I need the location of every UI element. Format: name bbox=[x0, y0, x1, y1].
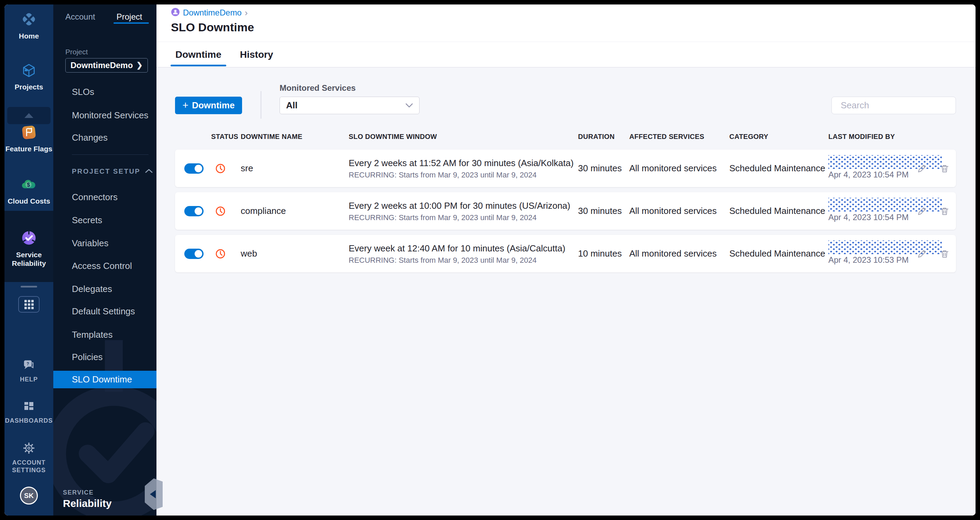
tab-account[interactable]: Account bbox=[65, 12, 95, 22]
sidebar-item-slos[interactable]: SLOs bbox=[53, 86, 156, 98]
page-tabs: Downtime History bbox=[156, 42, 975, 67]
sidebar-item-delegates[interactable]: Delegates bbox=[53, 283, 156, 295]
module-selector-button[interactable] bbox=[18, 296, 40, 313]
category-value: Scheduled Maintenance bbox=[729, 248, 828, 259]
sidebar-item-account-settings[interactable]: ACCOUNTSETTINGS bbox=[5, 442, 53, 474]
project-avatar-icon bbox=[171, 8, 180, 18]
projects-cube-icon bbox=[21, 63, 37, 80]
last-modified-date: Apr 4, 2023 10:53 PM bbox=[828, 255, 956, 265]
delete-trash-icon[interactable] bbox=[939, 249, 950, 259]
sidebar-item-slo-downtime[interactable]: SLO Downtime bbox=[53, 371, 156, 388]
project-setup-section-toggle[interactable]: PROJECT SETUP bbox=[72, 167, 148, 175]
module-footer: SERVICE Reliability bbox=[63, 489, 112, 509]
affected-services-value: All monitored services bbox=[629, 248, 729, 259]
breadcrumb-separator: › bbox=[245, 8, 248, 18]
service-reliability-icon bbox=[21, 230, 37, 247]
delete-trash-icon[interactable] bbox=[939, 206, 950, 216]
last-modified-date: Apr 4, 2023 10:54 PM bbox=[828, 170, 956, 180]
sidebar-item-default-settings[interactable]: Default Settings bbox=[53, 305, 156, 317]
sidebar-item-label: Feature Flags bbox=[5, 145, 52, 153]
edit-pencil-icon[interactable] bbox=[917, 163, 927, 174]
app-window: Home Projects Feature Flags $ Cloud Cost… bbox=[5, 5, 975, 515]
project-selector[interactable]: DowntimeDemo ❯ bbox=[65, 58, 148, 73]
status-cell bbox=[184, 206, 241, 216]
last-modified-cell: Apr 4, 2023 10:54 PM bbox=[828, 192, 956, 230]
monitored-services-select[interactable]: All bbox=[280, 97, 420, 114]
module-rail: Home Projects Feature Flags $ Cloud Cost… bbox=[5, 5, 53, 515]
sidebar-item-dashboards[interactable]: DASHBOARDS bbox=[5, 401, 53, 425]
sidebar-item-label: ServiceReliability bbox=[12, 250, 46, 267]
table-row[interactable]: web Every week at 12:40 AM for 10 minute… bbox=[175, 235, 956, 272]
delete-trash-icon[interactable] bbox=[939, 163, 950, 174]
last-modified-cell: Apr 4, 2023 10:53 PM bbox=[828, 235, 956, 272]
sidebar-item-templates[interactable]: Templates bbox=[53, 328, 156, 341]
column-header-window: SLO DOWNTIME WINDOW bbox=[349, 133, 578, 141]
window-schedule: Every week at 12:40 AM for 10 minutes (A… bbox=[349, 243, 578, 254]
chevron-right-icon: ❯ bbox=[137, 61, 143, 70]
svg-text:$: $ bbox=[27, 181, 30, 188]
sidebar-item-label: HELP bbox=[20, 375, 38, 383]
apps-grid-icon bbox=[24, 300, 34, 309]
sidebar-item-label: ACCOUNTSETTINGS bbox=[12, 459, 46, 474]
window-schedule: Every 2 weeks at 10:00 PM for 30 minutes… bbox=[349, 200, 578, 211]
sidebar-item-connectors[interactable]: Connectors bbox=[53, 191, 156, 203]
sidebar-item-home[interactable]: Home bbox=[5, 11, 53, 40]
select-value: All bbox=[286, 100, 406, 111]
tab-downtime[interactable]: Downtime bbox=[170, 49, 226, 67]
chevron-up-icon bbox=[145, 168, 153, 174]
downtime-enabled-toggle[interactable] bbox=[184, 249, 204, 259]
sidebar-item-cloud-costs[interactable]: $ Cloud Costs bbox=[5, 177, 53, 205]
table-row[interactable]: compliance Every 2 weeks at 10:00 PM for… bbox=[175, 192, 956, 230]
monitored-services-filter: Monitored Services All bbox=[280, 83, 420, 114]
table-row[interactable]: sre Every 2 weeks at 11:52 AM for 30 min… bbox=[175, 149, 956, 187]
tab-history[interactable]: History bbox=[235, 49, 278, 67]
window-cell: Every week at 12:40 AM for 10 minutes (A… bbox=[349, 243, 578, 265]
downtime-enabled-toggle[interactable] bbox=[184, 206, 204, 216]
svg-text:?: ? bbox=[27, 361, 29, 366]
search-input[interactable] bbox=[841, 100, 956, 111]
sidebar-item-variables[interactable]: Variables bbox=[53, 237, 156, 249]
breadcrumb: DowntimeDemo › bbox=[171, 8, 975, 17]
plus-icon: + bbox=[183, 99, 189, 111]
toolbar: + Downtime Monitored Services All bbox=[175, 83, 956, 114]
page-header: DowntimeDemo › SLO Downtime bbox=[156, 5, 975, 42]
tab-project[interactable]: Project bbox=[116, 12, 142, 22]
user-avatar[interactable]: SK bbox=[20, 487, 38, 504]
project-selector-value: DowntimeDemo bbox=[70, 60, 137, 70]
downtime-enabled-toggle[interactable] bbox=[184, 163, 204, 174]
content-area: + Downtime Monitored Services All bbox=[156, 67, 975, 515]
new-downtime-button[interactable]: + Downtime bbox=[175, 97, 242, 114]
sidebar-item-service-reliability[interactable]: ServiceReliability bbox=[5, 230, 53, 267]
sidebar-item-feature-flags[interactable]: Feature Flags bbox=[5, 125, 53, 153]
window-recurrence: RECURRING: Starts from Mar 9, 2023 until… bbox=[349, 170, 578, 180]
column-header-duration: DURATION bbox=[578, 133, 629, 141]
sidebar-item-secrets[interactable]: Secrets bbox=[53, 214, 156, 226]
new-downtime-button-label: Downtime bbox=[192, 100, 234, 111]
breadcrumb-project-link[interactable]: DowntimeDemo bbox=[183, 8, 242, 17]
edit-pencil-icon[interactable] bbox=[917, 249, 927, 259]
chevron-down-icon bbox=[406, 103, 413, 108]
duration-value: 30 minutes bbox=[578, 206, 629, 216]
sidebar-item-projects[interactable]: Projects bbox=[5, 63, 53, 91]
module-footer-title: Reliability bbox=[63, 498, 112, 509]
sidebar-item-help[interactable]: ? HELP bbox=[5, 359, 53, 383]
downtime-name: sre bbox=[241, 163, 349, 174]
duration-value: 10 minutes bbox=[578, 248, 629, 259]
sidebar-item-access-control[interactable]: Access Control bbox=[53, 260, 156, 272]
module-footer-kicker: SERVICE bbox=[63, 489, 112, 496]
help-chat-icon: ? bbox=[23, 359, 35, 372]
column-header-last-modified: LAST MODIFIED BY bbox=[828, 133, 956, 141]
sidebar-item-monitored-services[interactable]: Monitored Services bbox=[53, 109, 156, 121]
home-icon bbox=[21, 11, 37, 29]
sidebar-item-label: Home bbox=[19, 32, 39, 40]
rail-scroll-up-button[interactable] bbox=[7, 107, 51, 124]
table-header-row: STATUS DOWNTIME NAME SLO DOWNTIME WINDOW… bbox=[175, 133, 956, 141]
edit-pencil-icon[interactable] bbox=[917, 206, 927, 216]
sidebar-item-changes[interactable]: Changes bbox=[53, 131, 156, 144]
sidebar-item-policies[interactable]: Policies bbox=[53, 351, 156, 363]
chevron-left-icon bbox=[150, 490, 156, 498]
category-value: Scheduled Maintenance bbox=[729, 206, 828, 216]
window-cell: Every 2 weeks at 11:52 AM for 30 minutes… bbox=[349, 157, 578, 180]
chevron-up-icon bbox=[24, 113, 33, 118]
column-header-category: CATEGORY bbox=[729, 133, 828, 141]
